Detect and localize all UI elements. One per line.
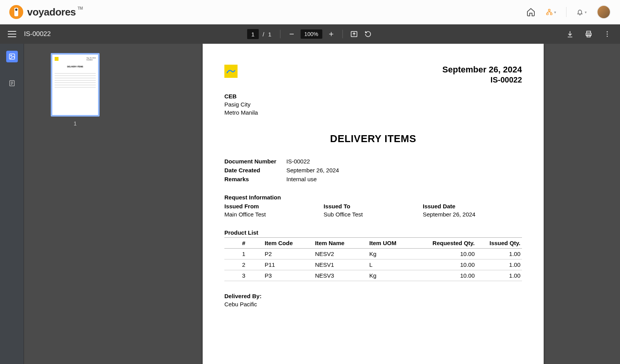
request-title: Request Information [224, 194, 522, 201]
col-code: Item Code [263, 238, 313, 249]
cell-req: 10.00 [414, 259, 476, 270]
cell-req: 10.00 [414, 249, 476, 259]
svg-point-12 [607, 36, 608, 37]
company-name: CEB [224, 92, 522, 100]
meta-label: Date Created [224, 167, 286, 173]
cell-name: NESV2 [313, 249, 368, 259]
table-row: 3P3NESV3Kg10.001.00 [224, 270, 522, 281]
svg-rect-2 [550, 13, 552, 15]
meta-value: IS-00022 [286, 158, 310, 165]
col-name: Item Name [313, 238, 368, 249]
issued-to-label: Issued To [324, 203, 423, 209]
table-row: 1P2NESV2Kg10.001.00 [224, 249, 522, 259]
delivered-label: Delivered By: [224, 293, 522, 299]
product-list-title: Product List [224, 229, 522, 236]
header-date: September 26, 2024 [443, 65, 522, 75]
sitemap-icon[interactable]: ▾ [546, 7, 556, 17]
cell-num: 2 [224, 259, 263, 270]
zoom-level: 100% [300, 29, 322, 39]
meta-value: September 26, 2024 [286, 167, 339, 173]
zoom-in-icon[interactable] [326, 29, 336, 39]
cell-iss: 1.00 [476, 270, 522, 281]
separator [566, 7, 567, 17]
brand-name: voyadoresTM [27, 6, 76, 18]
brand-block[interactable]: voyadoresTM [9, 5, 76, 19]
chevron-down-icon: ▾ [554, 10, 556, 14]
cell-code: P11 [263, 259, 313, 270]
chevron-down-icon: ▾ [585, 10, 587, 14]
print-icon[interactable] [584, 29, 594, 39]
svg-rect-0 [548, 9, 550, 11]
avatar[interactable] [597, 5, 611, 19]
cell-code: P3 [263, 270, 313, 281]
company-block: CEB Pasig City Metro Manila [224, 92, 522, 117]
svg-rect-1 [546, 13, 548, 15]
col-iss: Issued Qty. [476, 238, 522, 249]
meta-block: Document NumberIS-00022 Date CreatedSept… [224, 158, 522, 182]
viewer-body: Sep 26, 2024IS-00022 DELIVERY ITEMS 1 Se… [0, 44, 620, 364]
meta-value: Internal use [286, 176, 317, 182]
cell-num: 3 [224, 270, 263, 281]
cell-uom: Kg [368, 249, 414, 259]
brand-logo-icon [9, 5, 23, 19]
meta-label: Remarks [224, 176, 286, 182]
home-icon[interactable] [526, 7, 536, 17]
document-title: IS-00022 [24, 30, 51, 38]
col-uom: Item UOM [368, 238, 414, 249]
company-region: Metro Manila [224, 108, 522, 117]
svg-point-10 [607, 31, 608, 33]
page-canvas[interactable]: September 26, 2024 IS-00022 CEB Pasig Ci… [126, 44, 620, 364]
thumbnail-panel: Sep 26, 2024IS-00022 DELIVERY ITEMS 1 [24, 44, 126, 364]
header-actions: ▾ ▾ [526, 5, 611, 19]
cell-iss: 1.00 [476, 259, 522, 270]
pdf-toolbar: IS-00022 / 1 100% [0, 24, 620, 44]
header-number: IS-00022 [443, 76, 522, 84]
thumbnail-number: 1 [74, 120, 77, 127]
company-city: Pasig City [224, 100, 522, 108]
thumbnails-tab-icon[interactable] [6, 51, 18, 62]
side-rail [0, 44, 24, 364]
cell-code: P2 [263, 249, 313, 259]
cell-uom: L [368, 259, 414, 270]
app-header: voyadoresTM ▾ ▾ [0, 0, 620, 24]
document-page: September 26, 2024 IS-00022 CEB Pasig Ci… [203, 44, 544, 364]
table-row: 2P11NESV1L10.001.00 [224, 259, 522, 270]
cell-name: NESV1 [313, 259, 368, 270]
menu-icon[interactable] [8, 30, 16, 38]
request-info: Request Information Issued FromMain Offi… [224, 194, 522, 218]
issued-to-value: Sub Office Test [324, 211, 423, 218]
company-logo-icon [224, 65, 238, 78]
cell-uom: Kg [368, 270, 414, 281]
products-table: # Item Code Item Name Item UOM Requested… [224, 237, 522, 281]
cell-num: 1 [224, 249, 263, 259]
delivered-block: Delivered By: Cebu Pacific [224, 293, 522, 307]
col-num: # [224, 238, 263, 249]
issued-from-label: Issued From [224, 203, 324, 209]
issued-date-value: September 26, 2024 [423, 211, 522, 218]
page-separator: / [263, 31, 264, 38]
rotate-icon[interactable] [363, 29, 373, 39]
cell-iss: 1.00 [476, 249, 522, 259]
fit-page-icon[interactable] [349, 29, 359, 39]
issued-date-label: Issued Date [423, 203, 522, 209]
document-main-title: DELIVERY ITEMS [224, 133, 522, 145]
page-total: 1 [268, 31, 271, 38]
svg-point-14 [10, 55, 12, 56]
issued-from-value: Main Office Test [224, 211, 324, 218]
download-icon[interactable] [565, 29, 575, 39]
meta-label: Document Number [224, 158, 286, 165]
delivered-by: Cebu Pacific [224, 301, 522, 307]
page-number-input[interactable] [247, 29, 259, 39]
page-thumbnail-1[interactable]: Sep 26, 2024IS-00022 DELIVERY ITEMS [51, 53, 100, 117]
zoom-out-icon[interactable] [286, 29, 296, 39]
col-req: Requested Qty. [414, 238, 476, 249]
bell-icon[interactable]: ▾ [577, 7, 587, 17]
cell-name: NESV3 [313, 270, 368, 281]
outline-tab-icon[interactable] [7, 78, 17, 89]
svg-point-11 [607, 34, 608, 35]
cell-req: 10.00 [414, 270, 476, 281]
more-icon[interactable] [602, 29, 612, 39]
